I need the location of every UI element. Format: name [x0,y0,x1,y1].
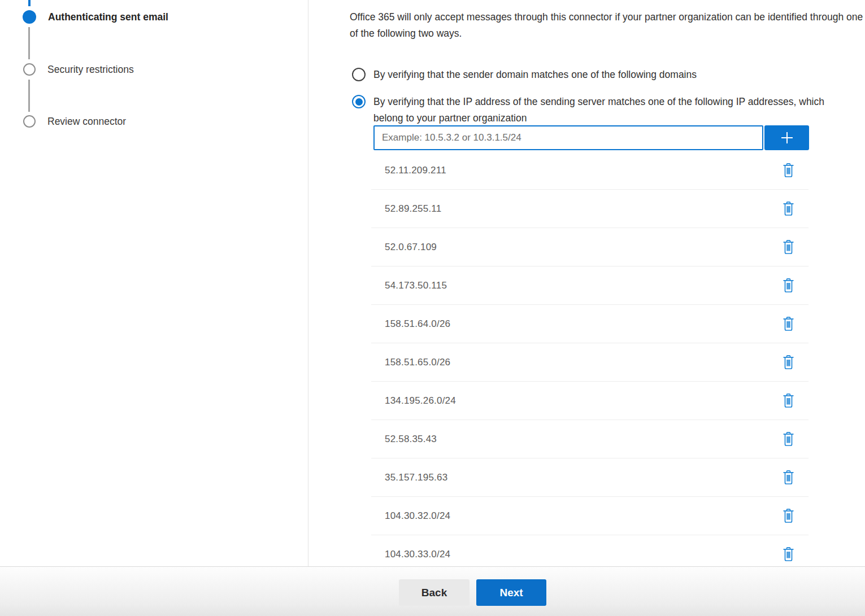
delete-ip-button[interactable] [781,507,796,525]
ip-list-row: 134.195.26.0/24 [371,382,809,420]
wizard-step-label: Security restrictions [47,64,134,76]
ip-address-value: 35.157.195.63 [385,472,447,483]
trash-icon [782,239,795,255]
ip-address-value: 52.11.209.211 [385,165,446,176]
wizard-footer: Back Next [0,566,865,616]
trash-icon [782,547,795,562]
trash-icon [782,163,795,178]
ip-list-row: 52.58.35.43 [371,420,809,458]
radio-option-sender-domain[interactable]: By verifying that the sender domain matc… [352,67,697,83]
delete-ip-button[interactable] [781,469,796,486]
wizard-step-nav: Authenticating sent email Security restr… [0,0,308,566]
trash-icon [782,316,795,331]
delete-ip-button[interactable] [781,392,796,409]
wizard-step-label: Review connector [47,116,126,128]
ip-list-row: 52.0.67.109 [371,228,809,267]
wizard-step-authenticating-sent-email[interactable]: Authenticating sent email [23,10,168,24]
radio-option-ip-address[interactable]: By verifying that the IP address of the … [352,94,834,126]
step-connector [28,80,30,112]
trash-icon [782,393,795,408]
delete-ip-button[interactable] [781,238,796,256]
ip-address-value: 52.58.35.43 [385,434,437,445]
ip-list-row: 35.157.195.63 [371,458,809,497]
ip-address-list: 52.11.209.211 52.89.255.11 52.0.67.109 5… [371,151,809,566]
add-ip-button[interactable] [764,125,809,150]
step-connector [28,27,30,59]
ip-list-row: 54.173.50.115 [371,267,809,305]
trash-icon [782,431,795,447]
next-button[interactable]: Next [476,579,546,606]
ip-entry-row [373,125,809,150]
wizard-step-security-restrictions[interactable]: Security restrictions [23,63,134,76]
delete-ip-button[interactable] [781,200,796,217]
ip-address-value: 104.30.32.0/24 [385,510,450,522]
delete-ip-button[interactable] [781,161,796,179]
ip-address-value: 104.30.33.0/24 [385,549,450,560]
connector-auth-panel: Office 365 will only accept messages thr… [309,0,865,566]
radio-unselected-icon [352,68,366,81]
delete-ip-button[interactable] [781,315,796,333]
wizard-step-label: Authenticating sent email [48,11,168,23]
ip-address-input[interactable] [373,125,763,150]
delete-ip-button[interactable] [781,353,796,371]
radio-selected-icon [352,95,366,108]
wizard-step-review-connector[interactable]: Review connector [23,115,126,128]
trash-icon [782,508,795,523]
trash-icon [782,470,795,485]
ip-list-row: 52.11.209.211 [371,151,809,190]
delete-ip-button[interactable] [781,430,796,448]
ip-list-row: 52.89.255.11 [371,190,809,228]
radio-dot [355,98,363,106]
ip-list-row: 158.51.64.0/26 [371,305,809,343]
step-active-dot-icon [23,10,36,24]
intro-text: Office 365 will only accept messages thr… [350,9,865,42]
step-connector-top [28,0,31,6]
trash-icon [782,355,795,370]
ip-address-value: 54.173.50.115 [385,280,447,291]
ip-address-value: 158.51.65.0/26 [385,357,450,368]
delete-ip-button[interactable] [781,277,796,294]
plus-icon [778,129,796,147]
ip-list-row: 104.30.32.0/24 [371,497,809,535]
ip-address-value: 52.0.67.109 [385,242,437,253]
ip-address-value: 158.51.64.0/26 [385,318,450,330]
ip-address-value: 134.195.26.0/24 [385,395,456,407]
delete-ip-button[interactable] [781,545,796,563]
back-button[interactable]: Back [399,579,470,606]
trash-icon [782,278,795,293]
step-circle-icon [23,63,36,76]
ip-list-row: 158.51.65.0/26 [371,343,809,382]
ip-list-row: 104.30.33.0/24 [371,535,809,566]
step-circle-icon [23,115,36,128]
radio-option-label: By verifying that the IP address of the … [373,94,834,126]
radio-option-label: By verifying that the sender domain matc… [373,67,697,83]
trash-icon [782,201,795,216]
ip-address-value: 52.89.255.11 [385,203,441,215]
